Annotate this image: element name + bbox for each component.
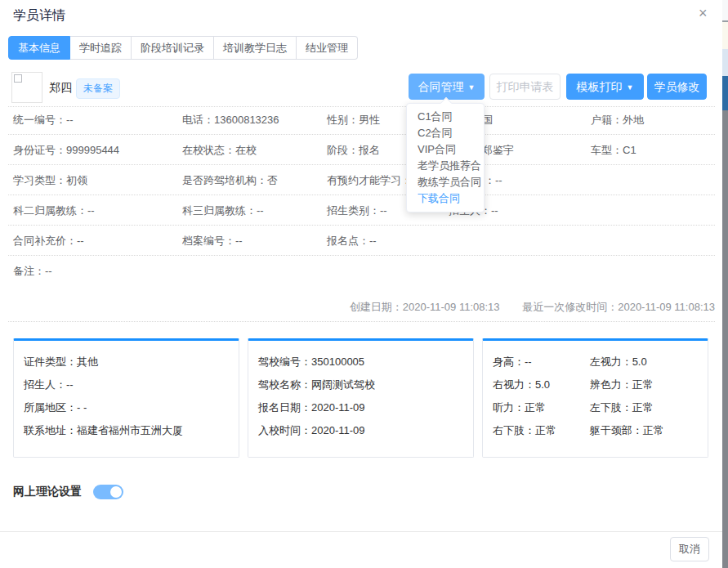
tab-bar: 基本信息 学时追踪 阶段培训记录 培训教学日志 结业管理	[8, 36, 358, 60]
field-gender: 性别：男性	[327, 105, 380, 135]
card-line: 右下肢：正常 躯干颈部：正常	[493, 419, 698, 442]
school-info-card: 驾校编号：350100005 驾校名称：网阔测试驾校 报名日期：2020-11-…	[248, 338, 474, 458]
contract-management-label: 合同管理	[418, 80, 464, 93]
card-line: 听力：正常 左下肢：正常	[493, 396, 698, 419]
menu-item-c2-contract[interactable]: C2合同	[407, 125, 484, 141]
field-left-vision: 左视力：5.0	[590, 351, 647, 373]
footer-divider	[0, 531, 722, 532]
card-line: 所属地区：- -	[24, 396, 229, 419]
field-coach-subject2: 科二归属教练：--	[13, 195, 95, 226]
card-line: 驾校名称：网阔测试驾校	[258, 373, 463, 396]
tab-training-teaching-log[interactable]: 培训教学日志	[214, 36, 297, 60]
card-line: 联系地址：福建省福州市五洲大厦	[24, 419, 229, 442]
status-badge: 未备案	[76, 78, 120, 99]
menu-item-old-student-referral-contract[interactable]: 老学员推荐合	[407, 158, 484, 174]
info-row: 备注：--	[8, 256, 715, 286]
close-icon[interactable]: ×	[699, 6, 708, 20]
field-value-fragment: ：--	[485, 165, 502, 195]
field-trunk-neck: 躯干颈部：正常	[590, 419, 664, 442]
broken-image-icon	[14, 74, 22, 83]
online-theory-label: 网上理论设置	[13, 485, 82, 499]
menu-item-coach-student-contract[interactable]: 教练学员合同	[407, 174, 484, 190]
card-line: 身高：-- 左视力：5.0	[493, 351, 698, 373]
field-learning-type: 学习类型：初领	[13, 165, 87, 195]
tab-stage-training-record[interactable]: 阶段培训记录	[132, 36, 214, 60]
field-handler-fragment: 郑鉴宇	[482, 135, 514, 165]
template-print-label: 模板打印	[577, 80, 623, 93]
field-registration-point: 报名点：--	[327, 226, 377, 256]
print-application-button[interactable]: 打印申请表	[489, 74, 561, 100]
avatar	[11, 72, 42, 103]
student-edit-button[interactable]: 学员修改	[647, 74, 707, 100]
info-grid: 统一编号：-- 电话：13600813236 性别：男性 国 户籍：外地 身份证…	[0, 105, 722, 286]
card-line: 报名日期：2020-11-09	[258, 396, 463, 419]
card-line: 入校时间：2020-11-09	[258, 419, 463, 442]
contract-management-button[interactable]: 合同管理▼	[409, 74, 485, 100]
field-color-vision: 辨色力：正常	[590, 373, 654, 396]
field-right-leg: 右下肢：正常	[493, 419, 587, 442]
field-recruit-category: 招生类别：--	[327, 195, 387, 226]
menu-item-download-contract[interactable]: 下载合同	[407, 190, 484, 207]
online-theory-toggle[interactable]	[93, 485, 123, 499]
student-name: 郑四	[49, 81, 72, 96]
field-school-status: 在校状态：在校	[182, 135, 257, 165]
field-id-card: 身份证号：999995444	[13, 135, 119, 165]
field-contract-supplement: 合同补充价：--	[13, 226, 84, 256]
field-unified-id: 统一编号：--	[13, 105, 74, 135]
cancel-button[interactable]: 取消	[670, 537, 709, 561]
info-row: 科二归属教练：-- 科三归属教练：-- 招生类别：-- 招生人：--	[8, 195, 715, 226]
field-car-type: 车型：C1	[591, 135, 636, 165]
tab-basic-info[interactable]: 基本信息	[8, 36, 70, 60]
template-print-button[interactable]: 模板打印▼	[566, 74, 644, 100]
info-row: 合同补充价：-- 档案编号：-- 报名点：--	[8, 226, 715, 256]
menu-item-vip-contract[interactable]: VIP合同	[407, 141, 484, 158]
chevron-down-icon: ▼	[627, 83, 634, 92]
background-page-strip	[722, 0, 728, 568]
last-modified-date: 最近一次修改时间：2020-11-09 11:08:13	[522, 301, 715, 313]
info-row: 身份证号：999995444 在校状态：在校 阶段：报名 郑鉴宇 车型：C1	[8, 135, 715, 165]
record-timestamps: 创建日期：2020-11-09 11:08:13 最近一次修改时间：2020-1…	[8, 293, 715, 322]
tab-graduation-management[interactable]: 结业管理	[297, 36, 358, 60]
field-right-vision: 右视力：5.0	[493, 373, 587, 396]
card-line: 证件类型：其他	[24, 351, 229, 373]
student-detail-modal: 学员详情 × 基本信息 学时追踪 阶段培训记录 培训教学日志 结业管理 郑四 未…	[0, 0, 722, 568]
health-info-card: 身高：-- 左视力：5.0 右视力：5.0 辨色力：正常 听力：正常 左下肢：正…	[482, 338, 708, 458]
field-left-leg: 左下肢：正常	[590, 396, 654, 419]
info-row: 学习类型：初领 是否跨驾培机构：否 有预约才能学习： ：--	[8, 165, 715, 195]
card-line: 驾校编号：350100005	[258, 351, 463, 373]
field-stage: 阶段：报名	[327, 135, 380, 165]
field-coach-subject3: 科三归属教练：--	[182, 195, 264, 226]
field-appointment-required: 有预约才能学习：	[327, 165, 412, 195]
field-archive-no: 档案编号：--	[182, 226, 243, 256]
recruit-info-card: 证件类型：其他 招生人：-- 所属地区：- - 联系地址：福建省福州市五洲大厦	[13, 338, 239, 458]
field-hearing: 听力：正常	[493, 396, 587, 419]
field-height: 身高：--	[493, 351, 587, 373]
card-line: 右视力：5.0 辨色力：正常	[493, 373, 698, 396]
student-detail-screen: 学员详情 × 基本信息 学时追踪 阶段培训记录 培训教学日志 结业管理 郑四 未…	[0, 0, 728, 568]
menu-item-c1-contract[interactable]: C1合同	[407, 109, 484, 125]
field-household: 户籍：外地	[591, 105, 644, 135]
chevron-down-icon: ▼	[468, 83, 476, 92]
page-title: 学员详情	[13, 7, 65, 25]
field-cross-school: 是否跨驾培机构：否	[182, 165, 278, 195]
toggle-knob	[110, 486, 122, 498]
online-theory-setting: 网上理论设置	[13, 484, 123, 500]
info-row: 统一编号：-- 电话：13600813236 性别：男性 国 户籍：外地	[8, 105, 715, 135]
card-line: 招生人：--	[24, 373, 229, 396]
field-remark: 备注：--	[13, 256, 52, 286]
contract-dropdown-menu: C1合同 C2合同 VIP合同 老学员推荐合 教练学员合同 下载合同	[406, 103, 485, 212]
created-date: 创建日期：2020-11-09 11:08:13	[350, 301, 500, 313]
field-phone: 电话：13600813236	[182, 105, 279, 135]
tab-hours-tracking[interactable]: 学时追踪	[70, 36, 132, 60]
